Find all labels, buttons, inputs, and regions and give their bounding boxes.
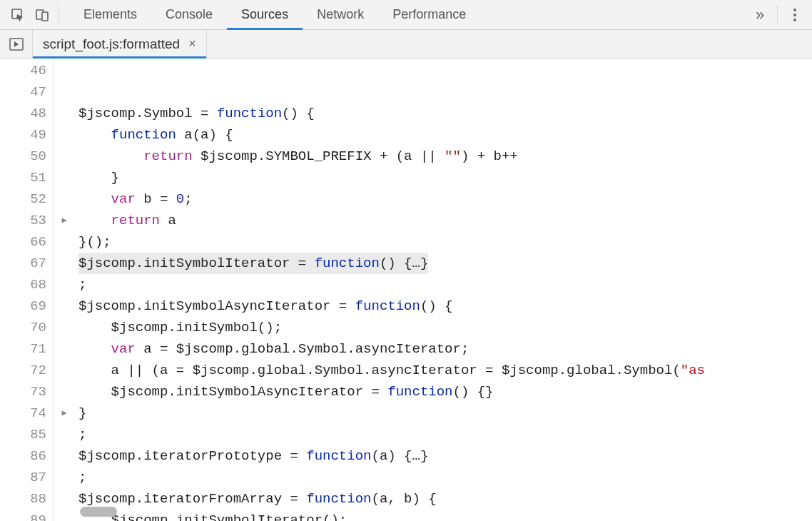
code-line[interactable]: $jscomp.initSymbolAsyncIterator = functi… (78, 381, 812, 403)
navigator-toggle-icon[interactable] (0, 30, 33, 58)
fold-gutter[interactable]: ▶▶ (54, 59, 74, 521)
fold-marker (54, 231, 74, 253)
fold-marker (54, 103, 74, 124)
code-line[interactable]: return $jscomp.SYMBOL_PREFIX + (a || "")… (78, 146, 812, 167)
line-number[interactable]: 51 (0, 167, 54, 188)
inspect-element-icon[interactable] (6, 0, 30, 30)
fold-marker (54, 60, 74, 81)
kebab-menu-icon[interactable] (782, 0, 808, 30)
tab-network[interactable]: Network (303, 0, 378, 29)
line-number[interactable]: 68 (0, 274, 54, 295)
tab-performance[interactable]: Performance (378, 0, 480, 29)
code-line[interactable]: $jscomp.iteratorPrototype = function(a) … (78, 445, 812, 467)
line-number[interactable]: 67 (0, 253, 54, 274)
line-number[interactable]: 72 (0, 360, 54, 381)
fold-marker (54, 338, 74, 360)
code-line[interactable]: } (78, 167, 812, 188)
line-number[interactable]: 48 (0, 103, 54, 124)
file-tab-name: script_foot.js:formatted (43, 36, 180, 52)
fold-marker (54, 188, 74, 210)
code-line[interactable]: $jscomp.initSymbolIterator = function() … (78, 253, 812, 274)
line-number[interactable]: 71 (0, 338, 54, 360)
code-content[interactable]: $jscomp.Symbol = function() { function a… (74, 59, 812, 521)
line-number[interactable]: 89 (0, 510, 54, 521)
overflow-tabs-icon[interactable]: » (747, 0, 773, 30)
line-number[interactable]: 87 (0, 467, 54, 488)
devtools-toolbar: Elements Console Sources Network Perform… (0, 0, 812, 30)
tab-sources[interactable]: Sources (227, 0, 303, 29)
fold-marker (54, 81, 74, 103)
line-number[interactable]: 74 (0, 403, 54, 424)
line-number[interactable]: 50 (0, 146, 54, 167)
fold-marker (54, 124, 74, 146)
code-line[interactable]: ; (78, 467, 812, 488)
code-line[interactable]: } (78, 403, 812, 424)
horizontal-scrollbar-thumb[interactable] (80, 507, 117, 517)
line-number[interactable]: 85 (0, 424, 54, 445)
toolbar-separator (777, 6, 778, 24)
code-line[interactable]: $jscomp.iteratorFromArray = function(a, … (78, 488, 812, 510)
devtools-tabs: Elements Console Sources Network Perform… (69, 0, 480, 29)
fold-marker (54, 510, 74, 521)
line-number[interactable]: 73 (0, 381, 54, 403)
code-line[interactable]: function a(a) { (78, 124, 812, 146)
code-line[interactable]: $jscomp.initSymbolIterator(); (78, 510, 812, 521)
fold-marker (54, 488, 74, 510)
code-line[interactable]: $jscomp.Symbol = function() { (78, 103, 812, 124)
code-line[interactable]: }(); (78, 231, 812, 253)
svg-point-5 (793, 19, 796, 21)
code-line[interactable]: var b = 0; (78, 188, 812, 210)
line-number[interactable]: 88 (0, 488, 54, 510)
fold-marker[interactable]: ▶ (54, 403, 74, 424)
line-number[interactable]: 47 (0, 81, 54, 103)
fold-marker (54, 381, 74, 403)
fold-marker[interactable]: ▶ (54, 210, 74, 231)
close-tab-icon[interactable]: × (188, 36, 196, 51)
line-number[interactable]: 70 (0, 317, 54, 338)
tab-console[interactable]: Console (151, 0, 227, 29)
tab-elements[interactable]: Elements (69, 0, 151, 29)
svg-point-3 (793, 9, 796, 11)
line-number[interactable]: 86 (0, 445, 54, 467)
code-line[interactable]: var a = $jscomp.global.Symbol.asyncItera… (78, 338, 812, 360)
svg-point-4 (793, 14, 796, 16)
code-line[interactable]: ; (78, 424, 812, 445)
fold-marker (54, 317, 74, 338)
fold-marker (54, 424, 74, 445)
line-number-gutter[interactable]: 4647484950515253666768697071727374858687… (0, 59, 54, 521)
line-number[interactable]: 46 (0, 60, 54, 81)
line-number[interactable]: 66 (0, 231, 54, 253)
source-editor: 4647484950515253666768697071727374858687… (0, 59, 812, 521)
fold-marker (54, 167, 74, 188)
code-line[interactable]: return a (78, 210, 812, 231)
file-tab[interactable]: script_foot.js:formatted × (33, 30, 207, 58)
fold-marker (54, 467, 74, 488)
code-line[interactable]: ; (78, 274, 812, 295)
code-line[interactable]: $jscomp.initSymbol(); (78, 317, 812, 338)
fold-marker (54, 253, 74, 274)
fold-marker (54, 445, 74, 467)
fold-marker (54, 146, 74, 167)
fold-marker (54, 274, 74, 295)
fold-marker (54, 295, 74, 317)
device-mode-icon[interactable] (30, 0, 54, 30)
toolbar-right: » (747, 0, 812, 30)
toolbar-separator (59, 6, 59, 24)
svg-rect-2 (42, 12, 48, 21)
line-number[interactable]: 53 (0, 210, 54, 231)
sources-subbar: script_foot.js:formatted × (0, 30, 812, 59)
line-number[interactable]: 52 (0, 188, 54, 210)
code-line[interactable]: $jscomp.initSymbolAsyncIterator = functi… (78, 295, 812, 317)
fold-marker (54, 360, 74, 381)
code-line[interactable]: a || (a = $jscomp.global.Symbol.asyncIte… (78, 360, 812, 381)
line-number[interactable]: 69 (0, 295, 54, 317)
line-number[interactable]: 49 (0, 124, 54, 146)
toolbar-left-icons (0, 0, 69, 29)
